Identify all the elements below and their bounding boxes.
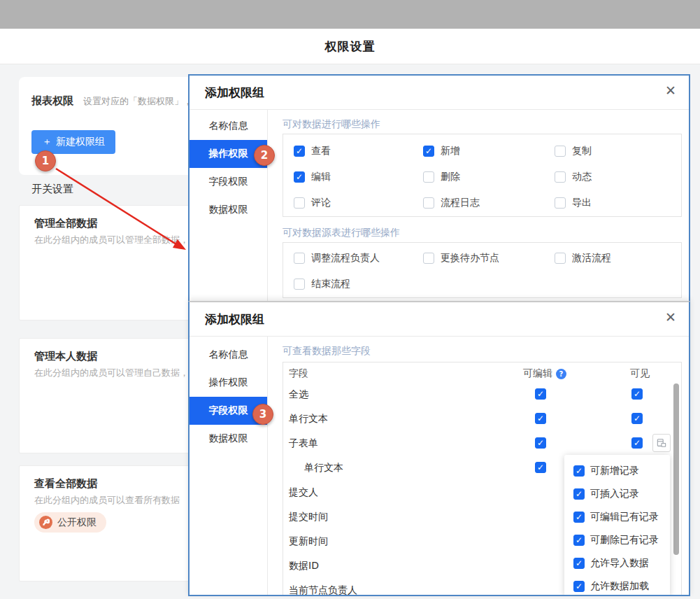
close-icon[interactable]: ✕ <box>665 311 676 324</box>
permission-option[interactable]: 激活流程 <box>555 246 681 271</box>
top-gray-bar <box>0 0 700 29</box>
modal-title: 添加权限组 <box>205 85 264 101</box>
popup-option[interactable]: ✓允许导入数据 <box>564 551 670 575</box>
report-permission-desc: 设置对应的「数据权限」，可 <box>83 96 201 106</box>
field-name: 当前节点负责人 <box>289 584 357 596</box>
permission-option[interactable]: ✓查看 <box>294 139 423 164</box>
card-title: 查看全部数据 <box>34 477 97 491</box>
popup-option-label: 允许导入数据 <box>590 557 649 570</box>
tab-data-permission[interactable]: 数据权限 <box>190 425 267 453</box>
section-label-field-view: 可查看数据那些字段 <box>283 345 371 358</box>
tab-operation-permission[interactable]: 操作权限 <box>190 369 267 397</box>
permission-option[interactable]: ✓新增 <box>423 139 555 164</box>
checkbox-checked[interactable]: ✓ <box>631 413 643 424</box>
permission-option-label: 删除 <box>441 171 460 183</box>
checkbox-unchecked[interactable] <box>294 253 305 264</box>
modal-header: 添加权限组 ✕ <box>190 302 689 337</box>
permission-option[interactable]: 动态 <box>555 164 681 190</box>
permission-option[interactable]: 复制 <box>555 139 681 164</box>
checkbox-unchecked[interactable] <box>423 197 434 209</box>
popup-option-label: 可删除已有记录 <box>590 534 659 547</box>
permission-option-label: 新增 <box>441 145 460 157</box>
subform-options-popup: ✓可新增记录✓可插入记录✓可编辑已有记录✓可删除已有记录✓允许导入数据✓允许数据… <box>564 455 670 596</box>
checkbox-checked[interactable]: ✓ <box>573 512 585 523</box>
permission-option-label: 动态 <box>572 171 592 183</box>
page-title: 权限设置 <box>325 38 376 55</box>
checkbox-unchecked[interactable] <box>555 146 566 157</box>
popup-option-label: 允许数据加载 <box>590 580 649 593</box>
tab-label: 数据权限 <box>209 432 248 445</box>
field-name: 单行文本 <box>289 413 328 425</box>
step-badge-1: 1 <box>35 150 56 171</box>
checkbox-checked[interactable]: ✓ <box>535 437 546 449</box>
checkbox-checked[interactable]: ✓ <box>573 581 585 592</box>
popup-option[interactable]: ✓可编辑已有记录 <box>564 505 670 528</box>
checkbox-checked[interactable]: ✓ <box>573 558 585 569</box>
permission-option[interactable]: 导出 <box>555 190 681 216</box>
field-table-row: 单行文本✓✓ <box>283 407 681 431</box>
help-icon[interactable]: ? <box>556 369 566 379</box>
checkbox-checked[interactable]: ✓ <box>535 462 546 473</box>
permission-option-label: 更换待办节点 <box>441 252 499 265</box>
permission-option-label: 调整流程负责人 <box>311 252 380 265</box>
permission-option[interactable]: ✓编辑 <box>294 164 423 190</box>
popup-option[interactable]: ✓可新增记录 <box>564 459 670 482</box>
permission-option[interactable]: 流程日志 <box>423 190 555 216</box>
tab-label: 操作权限 <box>209 376 248 389</box>
checkbox-checked[interactable]: ✓ <box>573 488 585 500</box>
popup-option[interactable]: ✓可插入记录 <box>564 482 670 505</box>
permission-option[interactable]: 评论 <box>294 190 423 216</box>
popup-option-label: 可插入记录 <box>590 488 639 500</box>
field-name: 单行文本 <box>304 462 343 474</box>
popup-option[interactable]: ✓可删除已有记录 <box>564 528 670 551</box>
source-ops-checkbox-group: 调整流程负责人更换待办节点激活流程结束流程 <box>283 242 682 298</box>
checkbox-checked[interactable]: ✓ <box>573 535 585 546</box>
field-name: 全选 <box>289 388 308 401</box>
checkbox-unchecked[interactable] <box>555 197 566 209</box>
tab-data-permission[interactable]: 数据权限 <box>190 196 267 224</box>
checkbox-checked[interactable]: ✓ <box>631 388 643 400</box>
checkbox-checked[interactable]: ✓ <box>573 465 585 477</box>
permission-option-label: 结束流程 <box>311 278 350 290</box>
close-icon[interactable]: ✕ <box>665 84 676 97</box>
tab-name-info[interactable]: 名称信息 <box>190 341 267 369</box>
permission-option[interactable]: 调整流程负责人 <box>294 246 423 271</box>
checkbox-unchecked[interactable] <box>555 253 566 264</box>
popup-option[interactable]: ✓允许数据加载 <box>564 575 670 596</box>
scrollbar[interactable] <box>673 383 679 555</box>
checkbox-checked[interactable]: ✓ <box>294 146 305 157</box>
column-header-editable: 可编辑 ? <box>523 367 566 380</box>
field-name: 更新时间 <box>289 535 328 548</box>
checkbox-unchecked[interactable] <box>294 279 305 290</box>
field-name: 提交人 <box>289 486 318 499</box>
public-permission-tag[interactable]: 公开权限 <box>34 512 106 533</box>
checkbox-checked[interactable]: ✓ <box>294 171 305 183</box>
add-permission-group-modal-operation: 添加权限组 ✕ 名称信息操作权限字段权限数据权限 可对数据进行哪些操作 ✓查看✓… <box>188 74 690 302</box>
step-badge-2: 2 <box>254 145 275 166</box>
tab-label: 名称信息 <box>209 348 248 361</box>
permission-option[interactable]: 更换待办节点 <box>423 246 555 271</box>
permission-option[interactable]: 删除 <box>423 164 555 190</box>
permission-option-label: 复制 <box>572 145 592 157</box>
step-badge-3: 3 <box>252 404 273 425</box>
tab-field-permission[interactable]: 字段权限 <box>190 168 267 196</box>
plus-icon: ＋ <box>42 136 52 148</box>
permission-option[interactable]: 结束流程 <box>294 272 423 297</box>
checkbox-unchecked[interactable] <box>294 197 305 209</box>
new-permission-group-label: 新建权限组 <box>56 136 105 148</box>
checkbox-checked[interactable]: ✓ <box>535 388 546 400</box>
checkbox-unchecked[interactable] <box>423 171 434 183</box>
checkbox-checked[interactable]: ✓ <box>423 146 434 157</box>
checkbox-checked[interactable]: ✓ <box>631 437 643 449</box>
checkbox-checked[interactable]: ✓ <box>535 413 546 424</box>
checkbox-unchecked[interactable] <box>423 253 434 264</box>
popup-option-label: 可编辑已有记录 <box>590 511 659 523</box>
modal-sidebar: 名称信息操作权限字段权限数据权限 <box>190 110 268 301</box>
modal-title: 添加权限组 <box>205 311 264 327</box>
checkbox-unchecked[interactable] <box>555 171 566 183</box>
tab-name-info[interactable]: 名称信息 <box>190 112 267 140</box>
section-label-data-ops: 可对数据进行哪些操作 <box>283 118 380 131</box>
section-label-source-ops: 可对数据源表进行哪些操作 <box>283 227 400 239</box>
subform-grid-icon[interactable] <box>652 434 671 452</box>
field-table-row: 子表单✓✓ <box>283 431 681 456</box>
